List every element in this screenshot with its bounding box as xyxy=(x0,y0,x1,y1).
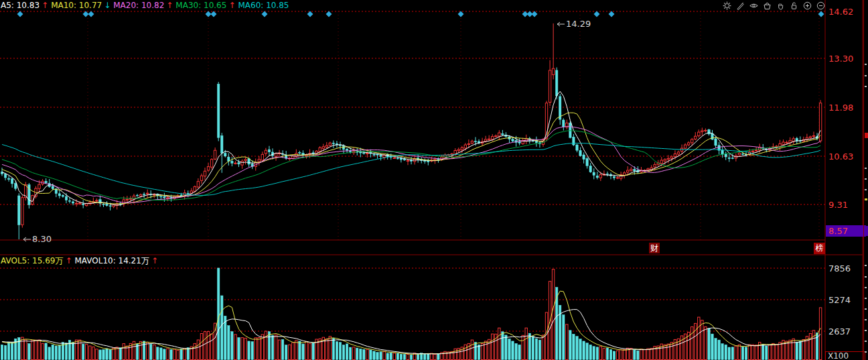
price-tick-label: 13.30 xyxy=(828,54,853,64)
indicator-value: MAVOL10: 14.21万 xyxy=(74,256,149,265)
lock-icon[interactable] xyxy=(789,1,799,11)
event-diamond-marker[interactable] xyxy=(609,11,615,17)
ranking-badge-button[interactable]: 榜 xyxy=(814,243,825,254)
event-diamond-marker[interactable] xyxy=(262,11,268,17)
up-arrow-icon: ↑ xyxy=(166,1,173,10)
indicator-value: MA30: 10.65 xyxy=(175,1,226,10)
high-price-text: 14.29 xyxy=(566,19,591,29)
adjacent-window-sliver xyxy=(863,0,868,360)
volume-tick-label: 7856 xyxy=(828,263,851,274)
volume-tick-label: 5274 xyxy=(828,295,851,305)
ma-indicator-header: A5: 10.83↑MA10: 10.77↓MA20: 10.82↑MA30: … xyxy=(1,1,291,10)
event-diamond-marker[interactable] xyxy=(532,11,538,17)
volume-indicator-header: AVOL5: 15.69万↑MAVOL10: 14.21万↑ xyxy=(1,256,161,265)
event-diamond-marker[interactable] xyxy=(88,11,94,17)
finance-badge-button[interactable]: 财 xyxy=(649,243,660,253)
up-arrow-icon: ↑ xyxy=(65,256,72,265)
price-tick-label: 9.31 xyxy=(828,200,848,210)
basket-icon[interactable] xyxy=(762,1,772,11)
eye-icon[interactable] xyxy=(749,1,759,11)
price-tick-label: 10.63 xyxy=(828,152,853,162)
settings-icon[interactable] xyxy=(722,1,732,11)
low-price-annotation: 8.30 xyxy=(22,234,52,244)
low-price-text: 8.30 xyxy=(32,234,52,244)
price-tick-label: 11.98 xyxy=(828,103,853,113)
stock-chart-window: A5: 10.83↑MA10: 10.77↓MA20: 10.82↑MA30: … xyxy=(0,0,868,360)
current-price-badge: 8.57 xyxy=(826,225,866,237)
indicator-value: A5: 10.83 xyxy=(1,1,40,10)
up-arrow-icon: ↑ xyxy=(228,1,235,10)
event-diamond-marker[interactable] xyxy=(326,11,332,17)
zoom-in-icon[interactable] xyxy=(802,1,812,11)
indicator-value: MA10: 10.77 xyxy=(51,1,102,10)
chart-canvas[interactable] xyxy=(0,0,868,360)
zoom-out-icon[interactable] xyxy=(816,1,826,11)
chart-toolbar xyxy=(722,1,826,11)
down-arrow-icon: ↓ xyxy=(104,1,111,10)
indicator-value: MA20: 10.82 xyxy=(113,1,164,10)
event-diamond-marker[interactable] xyxy=(307,11,313,17)
high-price-annotation: 14.29 xyxy=(556,19,591,29)
price-tick-label: 14.62 xyxy=(828,7,853,17)
hand-icon[interactable] xyxy=(776,1,786,11)
indicator-value: AVOL5: 15.69万 xyxy=(1,256,63,265)
event-diamond-marker[interactable] xyxy=(206,11,212,17)
event-diamond-marker[interactable] xyxy=(17,11,23,17)
event-diamond-marker[interactable] xyxy=(211,11,217,17)
event-diamond-marker[interactable] xyxy=(594,11,600,17)
up-arrow-icon: ↑ xyxy=(42,1,48,10)
event-diamond-marker[interactable] xyxy=(458,11,464,17)
volume-tick-label: 2637 xyxy=(828,326,851,337)
up-arrow-icon: ↑ xyxy=(151,256,158,265)
arrow-left-icon xyxy=(22,237,31,242)
volume-unit-label: X100 xyxy=(825,351,865,360)
pencil-icon[interactable] xyxy=(735,1,745,11)
arrow-left-icon xyxy=(556,21,565,27)
indicator-value: MA60: 10.85 xyxy=(238,1,289,10)
